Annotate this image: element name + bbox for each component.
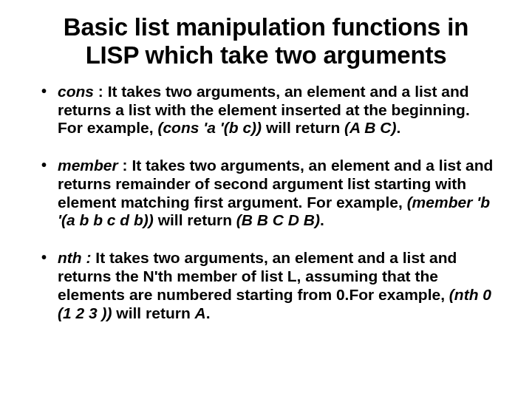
example-code: (cons 'a '(b c)) [157,119,262,136]
tail-text: . [396,119,400,136]
slide: Basic list manipulation functions in LIS… [0,0,532,399]
function-name: nth : [58,249,91,266]
tail-text: . [320,211,324,228]
mid-text: will return [262,119,344,136]
example-result: A [195,304,206,321]
function-name: cons [58,83,94,100]
function-name: member [58,157,118,174]
list-item: member : It takes two arguments, an elem… [37,157,495,230]
list-item: cons : It takes two arguments, an elemen… [37,83,495,137]
list-item: nth : It takes two arguments, an element… [37,249,495,322]
slide-title: Basic list manipulation functions in LIS… [37,13,495,69]
separator: : [118,157,132,174]
tail-text: . [206,304,211,321]
mid-text: will return [154,211,236,228]
separator: : [94,83,108,100]
bullet-list: cons : It takes two arguments, an elemen… [37,83,495,322]
mid-text: will return [112,304,195,321]
description-text: It takes two arguments, an element and a… [58,249,457,303]
example-result: (B B C D B) [236,211,320,228]
example-result: (A B C) [344,119,396,136]
